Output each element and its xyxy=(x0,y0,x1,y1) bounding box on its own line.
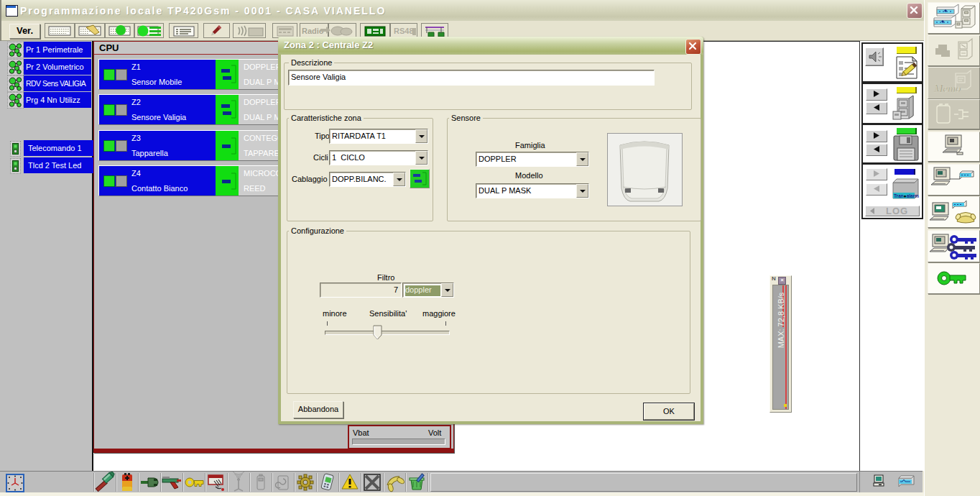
svg-text:Memo: Memo xyxy=(933,83,961,94)
svg-text:Tran●alarm: Tran●alarm xyxy=(894,193,919,198)
svg-text:RS48: RS48 xyxy=(394,27,414,35)
